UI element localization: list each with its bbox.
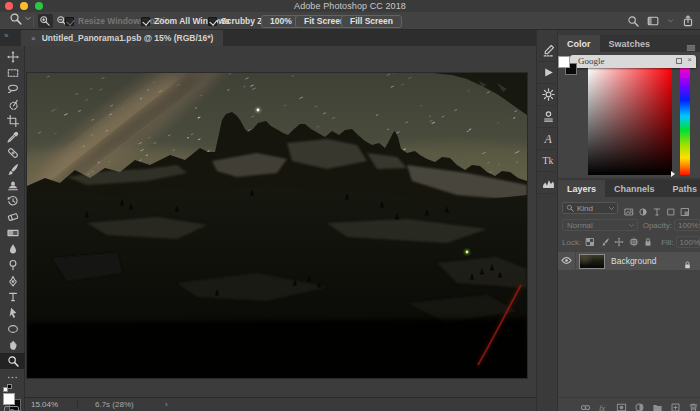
panel-icon-character-icon[interactable]: A bbox=[537, 128, 559, 150]
color-panel: Google × bbox=[558, 52, 700, 178]
zoom-tool-icon[interactable] bbox=[9, 12, 22, 25]
panel-icon-typekit-icon[interactable]: Tk bbox=[537, 150, 559, 172]
zoom-in-mode-button[interactable] bbox=[38, 14, 53, 28]
tool-eraser-icon[interactable] bbox=[0, 209, 25, 225]
tool-preset-chevron-icon[interactable] bbox=[24, 12, 32, 25]
tab-color[interactable]: Color bbox=[558, 35, 600, 52]
document-tab[interactable]: × Untitled_Panorama1.psb @ 15% (RGB/16*) bbox=[21, 30, 223, 46]
layers-bottom-bar: fx bbox=[558, 397, 700, 411]
panel-dock: Color Swatches Google × Layers Channels … bbox=[558, 30, 700, 411]
opacity-label: Opacity: bbox=[643, 221, 672, 230]
tab-paths[interactable]: Paths bbox=[664, 180, 700, 197]
maximize-icon[interactable] bbox=[676, 58, 682, 64]
filter-adjustment-layer-icon[interactable] bbox=[638, 203, 648, 213]
panel-icon-libraries-icon[interactable] bbox=[537, 106, 559, 128]
edit-toolbar-icon[interactable] bbox=[0, 371, 25, 383]
panel-icon-brush-settings-icon[interactable] bbox=[537, 40, 559, 62]
tab-channels[interactable]: Channels bbox=[605, 180, 664, 197]
tab-swatches[interactable]: Swatches bbox=[600, 35, 660, 52]
lock-position-icon[interactable] bbox=[614, 237, 624, 247]
titlebar: Adobe Photoshop CC 2018 bbox=[0, 0, 700, 12]
new-layer-icon[interactable] bbox=[670, 399, 681, 410]
close-icon[interactable]: × bbox=[687, 55, 692, 64]
lock-label: Lock: bbox=[562, 238, 581, 247]
tool-eyedropper-icon[interactable] bbox=[0, 129, 25, 145]
lock-pixels-icon[interactable] bbox=[600, 237, 610, 247]
filter-kind-dropdown[interactable]: Kind bbox=[562, 202, 618, 214]
status-popup-icon[interactable]: › bbox=[165, 400, 168, 409]
tool-blur-icon[interactable] bbox=[0, 241, 25, 257]
google-window-title: Google bbox=[578, 56, 605, 66]
google-floating-window[interactable]: Google × bbox=[570, 55, 696, 68]
hue-slider[interactable] bbox=[680, 68, 690, 175]
zoom-level-field[interactable]: 15.04% bbox=[31, 400, 58, 409]
chevron-down-icon bbox=[608, 205, 615, 212]
tool-type-icon[interactable] bbox=[0, 289, 25, 305]
tool-hand-icon[interactable] bbox=[0, 337, 25, 353]
filter-type-layer-icon[interactable] bbox=[652, 203, 662, 213]
tab-layers[interactable]: Layers bbox=[558, 180, 605, 197]
tool-shape-icon[interactable] bbox=[0, 321, 25, 337]
panel-icon-actions-icon[interactable] bbox=[537, 62, 559, 84]
workspace-switcher-icon[interactable] bbox=[647, 15, 659, 27]
foreground-color-swatch[interactable] bbox=[558, 56, 570, 68]
tool-dodge-icon[interactable] bbox=[0, 257, 25, 273]
group-icon[interactable] bbox=[652, 399, 663, 410]
saturation-brightness-field[interactable] bbox=[588, 68, 672, 175]
foreground-color-swatch[interactable] bbox=[3, 393, 15, 405]
panel-icon-adjustments-icon[interactable] bbox=[537, 84, 559, 106]
tool-move-icon[interactable] bbox=[0, 49, 25, 65]
svg-text:fx: fx bbox=[599, 403, 605, 411]
tool-history-brush-icon[interactable] bbox=[0, 193, 25, 209]
tool-lasso-icon[interactable] bbox=[0, 81, 25, 97]
adjustment-icon[interactable] bbox=[634, 399, 645, 410]
tool-gradient-icon[interactable] bbox=[0, 225, 25, 241]
tool-zoom-icon[interactable] bbox=[0, 353, 25, 369]
tool-clone-stamp-icon[interactable] bbox=[0, 177, 25, 193]
quick-mask-icon[interactable] bbox=[4, 406, 19, 411]
kind-label: Kind bbox=[577, 204, 593, 213]
lock-all-icon[interactable] bbox=[643, 237, 653, 247]
filter-pixel-layer-icon[interactable] bbox=[624, 203, 634, 213]
share-icon[interactable] bbox=[682, 15, 694, 27]
toolbar-overflow-icon[interactable]: » bbox=[4, 31, 8, 40]
canvas-pasteboard bbox=[25, 46, 536, 397]
close-tab-icon[interactable]: × bbox=[31, 34, 36, 43]
lock-artboard-icon[interactable] bbox=[629, 237, 639, 247]
delete-icon[interactable] bbox=[688, 399, 699, 410]
tool-pen-icon[interactable] bbox=[0, 273, 25, 289]
workspace-chevron-icon[interactable] bbox=[667, 15, 674, 27]
document-canvas[interactable] bbox=[27, 73, 527, 378]
default-swap-colors-icon[interactable] bbox=[3, 384, 21, 393]
svg-text:A: A bbox=[543, 132, 552, 145]
fill-screen-button[interactable]: Fill Screen bbox=[341, 15, 402, 28]
opacity-value: 100% bbox=[678, 221, 698, 230]
tool-healing-icon[interactable] bbox=[0, 145, 25, 161]
status-info-text: 6.7s (28%) bbox=[95, 400, 134, 409]
layer-visibility-toggle[interactable] bbox=[558, 252, 576, 270]
layer-thumbnail[interactable] bbox=[580, 255, 604, 268]
fill-dropdown[interactable]: 100% bbox=[676, 236, 700, 248]
panel-icon-histogram-icon[interactable] bbox=[537, 172, 559, 194]
layer-mask-icon[interactable] bbox=[616, 399, 627, 410]
blend-mode-dropdown[interactable]: Normal bbox=[562, 219, 638, 231]
hue-slider-marker[interactable] bbox=[671, 171, 675, 177]
link-layers-icon[interactable] bbox=[580, 399, 591, 410]
opacity-dropdown[interactable]: 100% bbox=[674, 219, 700, 231]
tools-panel bbox=[0, 46, 25, 411]
tool-brush-icon[interactable] bbox=[0, 161, 25, 177]
photoshop-window: Adobe Photoshop CC 2018 Resize Windows t… bbox=[0, 0, 700, 411]
fill-value: 100% bbox=[680, 238, 700, 247]
tool-marquee-icon[interactable] bbox=[0, 65, 25, 81]
filter-smart-object-icon[interactable] bbox=[680, 203, 690, 213]
lock-transparent-icon[interactable] bbox=[585, 237, 595, 247]
panel-menu-icon[interactable] bbox=[686, 39, 696, 49]
search-icon[interactable] bbox=[627, 15, 639, 27]
tool-crop-icon[interactable] bbox=[0, 113, 25, 129]
filter-shape-layer-icon[interactable] bbox=[666, 203, 676, 213]
layer-style-icon[interactable]: fx bbox=[598, 399, 609, 410]
tool-path-select-icon[interactable] bbox=[0, 305, 25, 321]
tool-quick-select-icon[interactable] bbox=[0, 97, 25, 113]
dock-icon-list: ATk bbox=[537, 40, 559, 194]
layer-row-background[interactable]: Background bbox=[558, 252, 700, 270]
